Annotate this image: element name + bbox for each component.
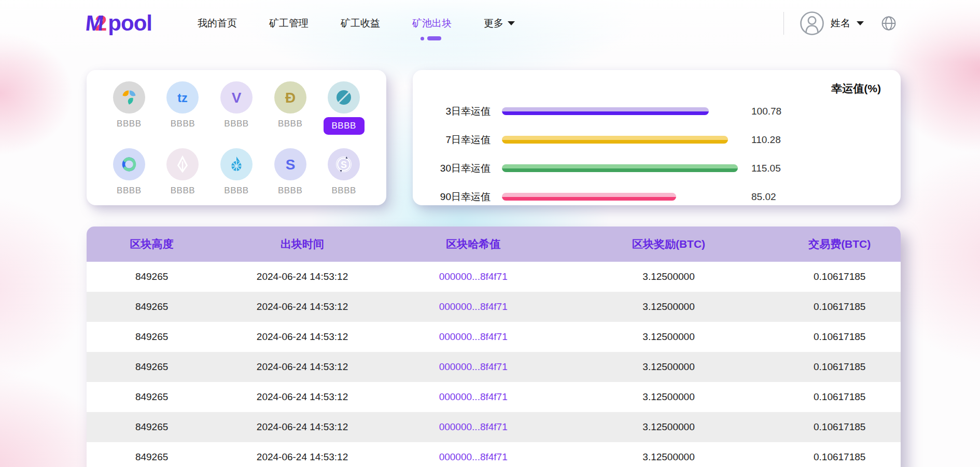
table-header-cell: 区块哈希值 <box>388 237 559 251</box>
coin-selector-panel: BBBB tz BBBB V BBBB Ð BBBB BBBB BBBB BBB… <box>87 70 386 205</box>
coin-item-bitshares[interactable]: BBBB <box>209 148 263 196</box>
blocks-table: 区块高度出块时间区块哈希值区块奖励(BTC)交易费(BTC) 849265 20… <box>87 227 901 467</box>
cell-block-reward: 3.12500000 <box>559 271 779 282</box>
coin-label: BBBB <box>117 186 141 196</box>
coin-item-dogecoin[interactable]: Ð BBBB <box>263 81 317 135</box>
nav-item-label: 矿工管理 <box>269 17 309 30</box>
nav-item-label: 矿工收益 <box>341 17 380 30</box>
luck-bar-label: 3日幸运值 <box>413 105 491 118</box>
nav-item-more[interactable]: 更多 <box>484 13 515 33</box>
cell-block-time: 2024-06-24 14:53:12 <box>217 331 388 343</box>
coin-item-lisk[interactable]: BBBB <box>156 148 210 196</box>
user-avatar-icon <box>800 11 824 36</box>
coin-item-vechain[interactable]: V BBBB <box>209 81 263 135</box>
avatar[interactable] <box>800 11 824 36</box>
table-row: 849265 2024-06-24 14:53:12 000000...8f4f… <box>87 292 901 322</box>
cell-block-height: 849265 <box>87 301 217 313</box>
block-hash-link[interactable]: 000000...8f4f71 <box>439 451 508 462</box>
cell-block-reward: 3.12500000 <box>559 361 779 373</box>
table-row: 849265 2024-06-24 14:53:12 000000...8f4f… <box>87 412 901 442</box>
nav-item-label: 我的首页 <box>198 17 237 30</box>
tezos-icon: tz <box>166 81 199 114</box>
luck-bar-label: 7日幸运值 <box>413 133 491 147</box>
luck-bar-label: 30日幸运值 <box>413 162 491 175</box>
table-header-cell: 区块奖励(BTC) <box>559 237 779 251</box>
user-dropdown-caret-icon[interactable] <box>857 21 864 25</box>
language-globe-icon[interactable] <box>880 15 897 32</box>
coin-label: BBBB <box>278 186 302 196</box>
main-nav: 我的首页 矿工管理 矿工收益 矿池出块 更多 <box>198 13 515 33</box>
block-hash-link[interactable]: 000000...8f4f71 <box>439 331 508 342</box>
cell-tx-fee: 0.10617185 <box>778 361 901 373</box>
coin-label: BBBB <box>324 117 365 135</box>
table-header-cell: 区块高度 <box>87 237 217 251</box>
coin-item-tezos[interactable]: tz BBBB <box>156 81 210 135</box>
cell-block-time: 2024-06-24 14:53:12 <box>217 451 388 463</box>
nav-item-pool-blocks[interactable]: 矿池出块 <box>412 13 452 33</box>
luck-bar-value: 100.78 <box>751 106 781 117</box>
table-header-cell: 出块时间 <box>217 237 388 251</box>
logo-part-pool: pool <box>108 11 152 36</box>
active-tab-indicator <box>421 36 441 40</box>
table-header-cell: 交易费(BTC) <box>778 237 901 251</box>
cell-block-reward: 3.12500000 <box>559 301 779 313</box>
bitshares-icon <box>220 148 253 180</box>
cell-block-time: 2024-06-24 14:53:12 <box>217 421 388 433</box>
ontology-icon <box>328 81 360 114</box>
nem-icon <box>113 81 145 114</box>
coin-item-swft[interactable]: S BBBB <box>317 148 371 196</box>
table-header-row: 区块高度出块时间区块哈希值区块奖励(BTC)交易费(BTC) <box>87 227 901 262</box>
cell-block-reward: 3.12500000 <box>559 331 779 343</box>
coin-label: BBBB <box>117 119 141 129</box>
block-hash-link[interactable]: 000000...8f4f71 <box>439 391 508 402</box>
swft-icon: S <box>328 148 360 180</box>
coin-item-ontology[interactable]: BBBB <box>317 81 371 135</box>
brand-logo[interactable]: M 2 pool <box>86 11 152 36</box>
table-row: 849265 2024-06-24 14:53:12 000000...8f4f… <box>87 322 901 352</box>
cell-block-reward: 3.12500000 <box>559 451 779 463</box>
logo-part-m: M <box>84 11 104 36</box>
luck-value-panel: 幸运值(%) 3日幸运值 100.78 7日幸运值 110.28 30日幸运值 … <box>413 70 901 205</box>
svg-text:S: S <box>341 160 347 170</box>
lisk-icon <box>166 148 199 180</box>
luck-bar-track <box>502 107 738 115</box>
luck-bar-fill <box>502 136 728 144</box>
user-area: 姓名 <box>783 11 897 36</box>
coin-label: BBBB <box>278 119 302 129</box>
cell-tx-fee: 0.10617185 <box>778 301 901 313</box>
luck-bar-fill <box>502 193 676 201</box>
luck-bar-track <box>502 136 738 144</box>
svg-text:V: V <box>232 90 242 106</box>
dogecoin-icon: Ð <box>274 81 306 114</box>
block-hash-link[interactable]: 000000...8f4f71 <box>439 421 508 432</box>
cell-tx-fee: 0.10617185 <box>778 331 901 343</box>
cell-block-height: 849265 <box>87 361 217 373</box>
nav-item-miner-management[interactable]: 矿工管理 <box>269 13 309 33</box>
dropdown-caret-icon <box>508 21 515 25</box>
block-hash-link[interactable]: 000000...8f4f71 <box>439 271 508 282</box>
coin-item-syscoin[interactable]: S BBBB <box>263 148 317 196</box>
nav-item-home[interactable]: 我的首页 <box>198 13 237 33</box>
coin-label: BBBB <box>332 186 356 196</box>
syscoin-icon: S <box>274 148 306 180</box>
coin-label: BBBB <box>224 119 248 129</box>
luck-bar-value: 115.05 <box>751 163 781 174</box>
page-content: BBBB tz BBBB V BBBB Ð BBBB BBBB BBBB BBB… <box>87 70 901 467</box>
cell-block-time: 2024-06-24 14:53:12 <box>217 271 388 282</box>
luck-bar-value: 85.02 <box>751 191 776 203</box>
nav-item-miner-earnings[interactable]: 矿工收益 <box>341 13 380 33</box>
table-body: 849265 2024-06-24 14:53:12 000000...8f4f… <box>87 262 901 467</box>
coin-item-nem[interactable]: BBBB <box>102 81 156 135</box>
table-row: 849265 2024-06-24 14:53:12 000000...8f4f… <box>87 442 901 467</box>
table-row: 849265 2024-06-24 14:53:12 000000...8f4f… <box>87 352 901 382</box>
coin-item-decred[interactable]: BBBB <box>102 148 156 196</box>
block-hash-link[interactable]: 000000...8f4f71 <box>439 301 508 312</box>
cell-block-reward: 3.12500000 <box>559 391 779 403</box>
cell-block-height: 849265 <box>87 421 217 433</box>
cell-tx-fee: 0.10617185 <box>778 391 901 403</box>
user-name[interactable]: 姓名 <box>831 17 850 30</box>
luck-bar-fill <box>502 107 709 115</box>
cell-block-time: 2024-06-24 14:53:12 <box>217 301 388 313</box>
cell-block-height: 849265 <box>87 271 217 282</box>
block-hash-link[interactable]: 000000...8f4f71 <box>439 361 508 372</box>
